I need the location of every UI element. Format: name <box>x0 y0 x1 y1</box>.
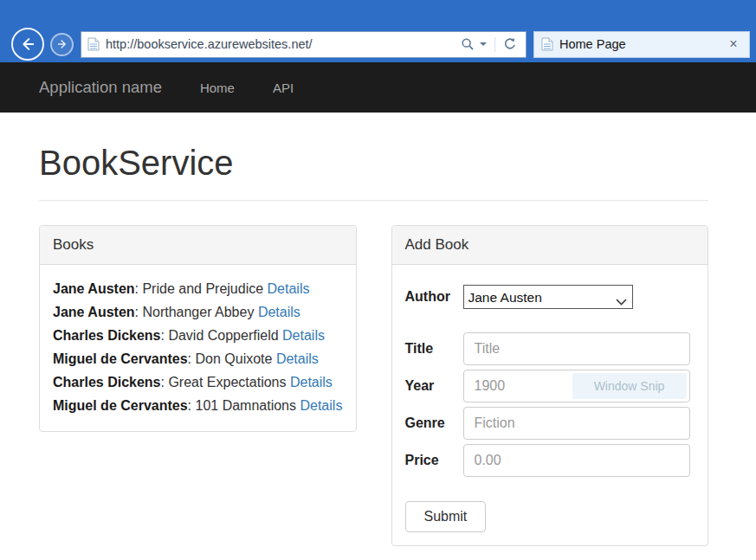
books-panel-heading: Books <box>40 226 356 265</box>
book-details-link[interactable]: Details <box>276 351 319 366</box>
book-list-item: Jane Austen: Northanger Abbey Details <box>53 301 343 323</box>
browser-tab[interactable]: Home Page × <box>533 31 750 58</box>
book-details-link[interactable]: Details <box>290 375 333 389</box>
book-author: Charles Dickens <box>53 375 161 389</box>
title-label: Title <box>405 341 463 357</box>
add-book-panel: Add Book Author Jane Austen Title <box>391 225 709 546</box>
page-container: BookService Books Jane Austen: Pride and… <box>39 144 708 546</box>
books-panel: Books Jane Austen: Pride and Prejudice D… <box>39 225 357 432</box>
book-details-link[interactable]: Details <box>282 328 325 343</box>
book-author: Miguel de Cervantes <box>53 351 188 366</box>
submit-button[interactable]: Submit <box>405 501 487 532</box>
arrow-left-icon <box>19 35 36 53</box>
navbar-brand[interactable]: Application name <box>39 78 162 97</box>
book-separator: : <box>188 398 196 413</box>
year-label: Year <box>405 378 463 394</box>
tab-close-button[interactable]: × <box>725 35 742 53</box>
book-author: Jane Austen <box>53 281 135 296</box>
genre-label: Genre <box>405 415 463 431</box>
book-title: 101 Damnations <box>196 398 297 413</box>
book-author: Charles Dickens <box>53 328 161 343</box>
book-details-link[interactable]: Details <box>300 398 342 413</box>
nav-link-home[interactable]: Home <box>200 80 235 95</box>
search-dropdown-caret-icon[interactable] <box>480 42 487 46</box>
url-text: http://bookservice.azurewebsites.net/ <box>106 37 458 51</box>
address-bar-divider <box>494 37 495 52</box>
arrow-right-icon <box>56 38 68 50</box>
book-author: Jane Austen <box>53 305 135 319</box>
book-title: Northanger Abbey <box>142 305 254 319</box>
book-title: David Copperfield <box>168 328 278 343</box>
refresh-icon[interactable] <box>501 37 520 51</box>
title-input[interactable] <box>463 332 690 365</box>
book-details-link[interactable]: Details <box>268 281 310 296</box>
genre-input[interactable] <box>463 407 690 440</box>
author-select[interactable]: Jane Austen <box>463 285 633 309</box>
books-list: Jane Austen: Pride and Prejudice Details… <box>40 265 356 431</box>
add-book-panel-heading: Add Book <box>392 226 708 265</box>
page-icon <box>87 37 100 51</box>
price-input[interactable] <box>463 444 690 477</box>
divider <box>39 200 708 201</box>
book-list-item: Jane Austen: Pride and Prejudice Details <box>53 278 343 299</box>
author-label: Author <box>405 289 463 305</box>
book-separator: : <box>188 351 196 366</box>
page-icon <box>541 37 553 51</box>
browser-chrome: http://bookservice.azurewebsites.net/ Ho… <box>0 0 756 62</box>
book-list-item: Charles Dickens: Great Expectations Deta… <box>53 371 343 393</box>
year-input[interactable] <box>463 370 690 402</box>
forward-button[interactable] <box>50 33 74 56</box>
book-title: Pride and Prejudice <box>142 281 263 296</box>
book-title: Great Expectations <box>168 375 286 389</box>
book-author: Miguel de Cervantes <box>53 398 188 413</box>
page-title: BookService <box>39 144 708 183</box>
book-details-link[interactable]: Details <box>258 305 300 319</box>
price-label: Price <box>405 453 463 468</box>
tab-title: Home Page <box>559 37 725 51</box>
nav-link-api[interactable]: API <box>273 80 294 95</box>
book-list-item: Miguel de Cervantes: Don Quixote Details <box>53 348 343 370</box>
book-list-item: Charles Dickens: David Copperfield Detai… <box>53 325 343 346</box>
book-list-item: Miguel de Cervantes: 101 Damnations Deta… <box>53 395 343 416</box>
book-title: Don Quixote <box>196 351 273 366</box>
back-button[interactable] <box>11 28 44 61</box>
address-bar[interactable]: http://bookservice.azurewebsites.net/ <box>81 31 527 58</box>
search-icon[interactable] <box>458 37 477 51</box>
site-navbar: Application name Home API <box>0 62 756 113</box>
